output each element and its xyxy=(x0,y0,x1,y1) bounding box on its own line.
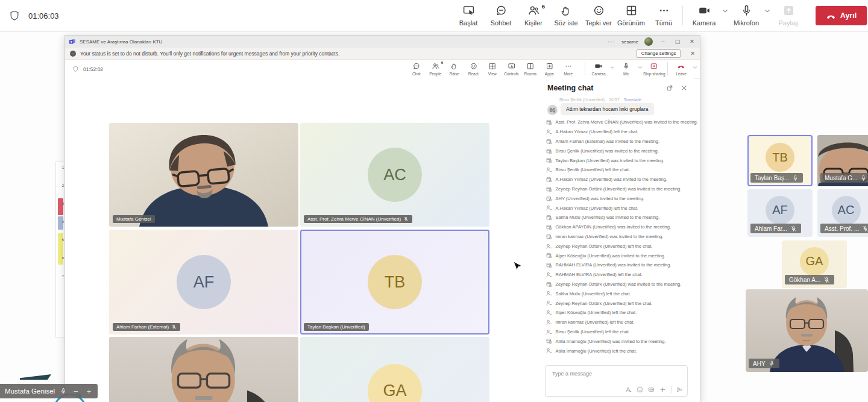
tab-controls[interactable]: Controls xyxy=(502,60,521,79)
name-label: AHY xyxy=(749,359,779,368)
teams-window: SESAME ve Araştırma Olanakları KTU ··· s… xyxy=(64,35,700,402)
stage-tile-g-khan-apaydin-unverified[interactable]: GA Gökhan APAYDIN (Unverified) xyxy=(300,337,489,402)
person-invited-icon xyxy=(546,224,552,230)
divider xyxy=(585,62,585,75)
banner-close-icon[interactable]: ✕ xyxy=(690,51,695,57)
outer-tepki-ver-button[interactable]: Tepki ver xyxy=(582,2,615,27)
stage-tile-mustafa-genisel[interactable]: Mustafa Genisel xyxy=(109,123,298,227)
compose-box[interactable] xyxy=(545,365,688,397)
background-shape xyxy=(20,374,51,380)
mic-off-icon xyxy=(862,225,868,232)
person-left-icon xyxy=(546,272,552,278)
toolbar-separator xyxy=(682,6,683,25)
outer-kamera-button[interactable]: Kamera xyxy=(687,2,721,27)
gif-icon[interactable] xyxy=(648,386,655,393)
chat-system-message: A.Hakan Yılmaz (Unverified) left the cha… xyxy=(546,127,691,137)
tepki-ver-icon xyxy=(593,4,605,17)
filmstrip-tile-ahy[interactable]: AHY xyxy=(746,289,868,372)
maximize-button[interactable]: ▢ xyxy=(673,39,682,45)
chat-system-message: Birsu Şenlik (Unverified) was invited to… xyxy=(546,146,691,155)
inner-mic-button[interactable]: Mic xyxy=(615,60,637,76)
stage-tile-ahlam-farhan-external[interactable]: AF Ahlam Farhan (External) xyxy=(109,230,298,334)
outer-mikrofon-button[interactable]: Mikrofon xyxy=(729,2,763,27)
account-name[interactable]: sesame xyxy=(621,39,638,45)
popout-chat-icon[interactable] xyxy=(666,84,673,92)
filmstrip-tile-ahlam-far[interactable]: AF Ahlam Far... xyxy=(747,189,813,237)
tab-raise[interactable]: Raise xyxy=(445,60,464,79)
person-left-icon xyxy=(546,291,552,297)
minimize-button[interactable]: – xyxy=(659,39,667,45)
close-window-button[interactable]: ✕ xyxy=(688,39,696,45)
mouse-cursor xyxy=(513,261,521,272)
name-label: Gökhan A... xyxy=(785,275,834,284)
translate-link[interactable]: Translate xyxy=(624,98,641,102)
tab-more[interactable]: More xyxy=(559,60,578,79)
filmstrip-tile-taylan-ba[interactable]: TB Taylan Baş... xyxy=(747,135,813,186)
tab-apps[interactable]: Apps xyxy=(540,60,559,79)
titlebar-more-icon[interactable]: ··· xyxy=(608,39,615,45)
mic-icon xyxy=(622,62,631,71)
chat-message-text: Attım tekrardan hocam linki gruplara xyxy=(561,103,654,115)
name-label: Taylan Baş... xyxy=(750,173,803,183)
more-icon xyxy=(564,62,573,71)
slide-thumbnail-strip: 1234567 xyxy=(55,162,65,338)
chat-system-messages: Asst. Prof. Zehra Merve CİNAN (Unverifie… xyxy=(546,118,691,356)
shield-icon xyxy=(8,10,20,22)
outer-sohbet-button[interactable]: Sohbet xyxy=(485,2,517,27)
send-icon[interactable] xyxy=(676,386,683,393)
attach-plus-icon[interactable] xyxy=(659,386,666,393)
inner-stop-sharing-button[interactable]: Stop sharing xyxy=(643,60,665,76)
change-settings-button[interactable]: Change settings xyxy=(637,49,681,58)
person-invited-icon xyxy=(546,119,552,125)
inner-meeting-toolbar: 01:52:02 Chat 6 People Raise React View … xyxy=(65,60,700,79)
filmstrip-tile-g-khan-a[interactable]: GA Gökhan A... xyxy=(782,240,847,288)
outer-timer: 01:06:03 xyxy=(8,0,59,31)
name-label: Mustafa G... xyxy=(820,173,868,183)
mic-icon xyxy=(860,175,867,181)
chevron-down-icon xyxy=(609,64,615,71)
leave-meeting-button[interactable]: Ayrıl xyxy=(816,6,867,25)
people-icon xyxy=(432,62,440,71)
tab-chat[interactable]: Chat xyxy=(407,60,426,79)
stage-tile-ahy-unverified[interactable]: AHY (Unverified) xyxy=(109,337,298,402)
slide-number: 5 xyxy=(62,238,64,242)
leave-label: Ayrıl xyxy=(840,11,857,20)
zoom-in-button[interactable]: + xyxy=(85,387,93,396)
mic-off-icon xyxy=(790,225,797,232)
inner-leave-button[interactable]: Leave xyxy=(670,60,692,76)
outer-devices: Kamera Mikrofon Paylaş xyxy=(687,2,805,27)
divider xyxy=(671,386,671,393)
format-icon[interactable] xyxy=(625,386,632,393)
filmstrip-tile-asst-prof[interactable]: AC Asst. Prof. ... xyxy=(817,189,868,237)
person-left-icon xyxy=(546,129,552,135)
meeting-chat-panel: Meeting chat Birsu Şenlik (Unverified) 1… xyxy=(540,78,694,402)
tab-view[interactable]: View xyxy=(483,60,502,79)
participant-video xyxy=(109,337,298,402)
message-input[interactable] xyxy=(551,370,682,377)
filmstrip-tile-mustafa-g[interactable]: Mustafa G... xyxy=(817,135,868,186)
stage-tile-asst-prof-zehra-merve-ci-nan-unverified[interactable]: AC Asst. Prof. Zehra Merve CİNAN (Unveri… xyxy=(300,123,489,227)
outer-s-z-iste-button[interactable]: Söz iste xyxy=(550,2,582,27)
outer-t-m-button[interactable]: Tümü xyxy=(647,2,680,27)
chat-system-message: A.Hakan Yılmaz (Unverified) left the cha… xyxy=(546,203,691,213)
outer-payla-button[interactable]: Paylaş xyxy=(772,2,805,27)
person-left-icon xyxy=(546,243,552,250)
ba-lat-icon xyxy=(462,4,475,17)
tab-people[interactable]: 6 People xyxy=(426,60,445,79)
shield-icon xyxy=(72,66,79,72)
tab-react[interactable]: React xyxy=(464,60,483,79)
outer-g-r-n-m-button[interactable]: Görünüm xyxy=(615,2,647,27)
chevron-down-icon xyxy=(763,7,772,15)
chat-system-message: Gökhan APAYDIN (Unverified) was invited … xyxy=(546,222,691,232)
tab-rooms[interactable]: Rooms xyxy=(521,60,540,79)
stage-tile-taylan-ba-kan-unverified[interactable]: TB Taylan Başkan (Unverified) xyxy=(300,230,489,334)
close-chat-icon[interactable] xyxy=(681,84,688,92)
emoji-icon[interactable] xyxy=(637,386,643,393)
outer-ki-iler-button[interactable]: 6 Kişiler xyxy=(517,2,550,27)
zoom-out-button[interactable]: − xyxy=(72,387,80,396)
name-label: Ahlam Farhan (External) xyxy=(113,323,180,331)
inner-camera-button[interactable]: Camera xyxy=(588,60,609,76)
chat-system-message: Zeynep Reyhan Öztürk (Unverified) left t… xyxy=(546,298,691,308)
outer-ba-lat-button[interactable]: Başlat xyxy=(452,2,485,27)
account-avatar[interactable] xyxy=(644,37,653,46)
